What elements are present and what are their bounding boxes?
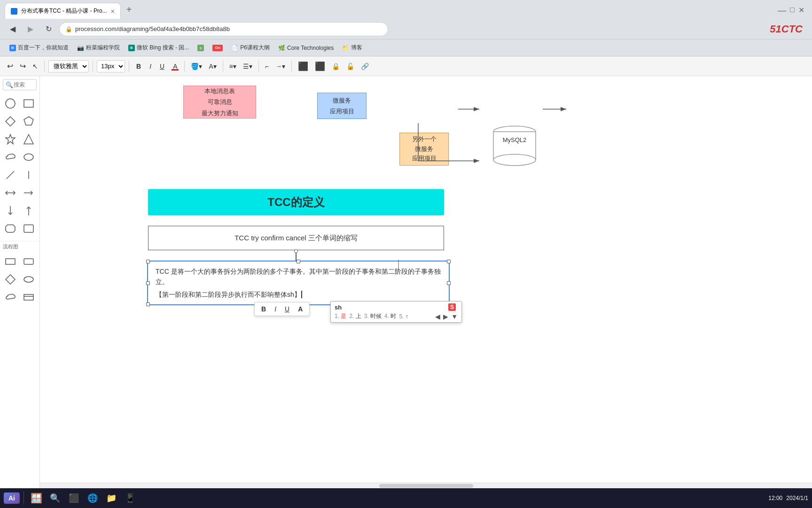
bookmark-on[interactable]: On [209,43,226,53]
shape-rect[interactable] [20,95,37,112]
shape-flow-oval[interactable] [20,271,37,288]
orange-service-box[interactable]: 另外一个 微服务 应用项目 [399,133,449,166]
fill-color-button[interactable]: 🪣▾ [188,61,204,71]
shape-oval[interactable] [20,149,37,166]
selection-handle-bl[interactable] [146,302,150,306]
connection-button[interactable]: ⌐ [263,61,271,71]
tcc-definition-box[interactable]: TCC的定义 [148,189,444,215]
bookmark-core-tech[interactable]: 🌿 Core Technologies [274,43,337,53]
scrollbar-thumb-h[interactable] [379,484,473,488]
shape-flow-rect3[interactable] [20,289,37,306]
shape-terminal[interactable] [2,220,19,237]
shape-arrow-right[interactable] [20,184,37,201]
taskbar-icon-windows[interactable]: 🪟 [28,490,45,507]
lock-button[interactable]: 🔒 [329,61,342,71]
ime-expand-button[interactable]: ▼ [451,313,458,320]
redo-button[interactable]: ↪ [17,60,28,72]
unlock-button[interactable]: 🔓 [344,61,357,71]
shape-line[interactable] [2,167,19,183]
ime-next-button[interactable]: ▶ [443,313,448,320]
arrow-button[interactable]: →▾ [273,61,288,71]
refresh-button[interactable]: ↻ [41,22,55,36]
minimize-icon[interactable]: — [778,6,786,16]
fmt-italic-button[interactable]: I [272,304,279,314]
canvas-area[interactable]: 本地消息表 可靠消息 最大努力通知 微服务 应用项目 另外一个 微服务 应用项目 [40,76,812,488]
ime-cand-1[interactable]: 1. 是 [335,312,346,320]
selection-handle-tr[interactable] [447,260,451,263]
shape-arrow-down[interactable] [2,202,19,219]
bold-button[interactable]: B [133,61,144,71]
ime-cand-2[interactable]: 2. 上 [349,312,361,320]
shape-arrow-left-right[interactable] [2,184,19,201]
tab-close-icon[interactable]: × [111,8,115,15]
selection-handle-mr[interactable] [447,281,451,285]
tcc-abbr-box[interactable]: TCC try confirm cancel 三个单词的缩写 [148,226,444,250]
ime-prev-button[interactable]: ◀ [435,313,440,320]
new-tab-button[interactable]: + [123,2,136,17]
cursor-button[interactable]: ↖ [30,61,40,71]
bookmark-fencai[interactable]: 📷 粉菜编程学院 [73,42,124,53]
tcc-desc-box[interactable]: TCC 是将一个大的事务拆分为两阶段的多个子事务。其中第一阶段的子事务和第二阶段… [147,261,450,305]
flowchart-section-label: 流程图 [0,241,39,251]
selection-handle-tm[interactable] [297,260,300,263]
ime-cand-5[interactable]: 5. ↑ [399,313,408,320]
bookmark-bing[interactable]: B 微软 Bing 搜索 - 国... [125,42,193,53]
horizontal-scrollbar[interactable] [40,483,812,488]
shape-flow-cloud[interactable] [2,289,19,306]
fmt-fontcolor-button[interactable]: A [295,304,305,314]
shape-triangle[interactable] [20,131,37,148]
back-button[interactable]: ◀ [6,22,20,36]
taskbar-icon-task[interactable]: ⬛ [65,490,82,507]
underline-button[interactable]: U [156,61,168,71]
ai-taskbar-button[interactable]: Ai [4,492,20,504]
ime-cand-3[interactable]: 3. 时候 [364,312,382,320]
taskbar-icon-files[interactable]: 📁 [103,490,120,507]
bookmark-baidu[interactable]: B 百度一下，你就知道 [6,42,72,53]
maximize-icon[interactable]: □ [790,6,795,16]
bookmark-s[interactable]: s [194,43,208,53]
shape-cloud[interactable] [2,149,19,166]
shape-arrow-up[interactable] [20,202,37,219]
shape-circle[interactable] [2,95,19,112]
font-selector[interactable]: 微软雅黑 [48,60,89,72]
link-button[interactable]: 🔗 [359,61,371,71]
fmt-underline-button[interactable]: U [282,304,292,314]
undo-button[interactable]: ↩ [5,60,16,72]
shape-line2[interactable] [20,167,37,183]
canvas-scroll[interactable]: 本地消息表 可靠消息 最大努力通知 微服务 应用项目 另外一个 微服务 应用项目 [40,76,812,483]
ime-cand-4[interactable]: 4. 时 [384,312,396,320]
shape-pentagon[interactable] [20,113,37,130]
shape-rect2[interactable] [20,220,37,237]
forward-button[interactable]: ▶ [23,22,38,36]
shape-star[interactable] [2,131,19,148]
bookmark-blog[interactable]: 📁 博客 [338,42,366,53]
font-size-selector[interactable]: 13px [97,60,125,72]
copy-style-button[interactable]: ⬛ [296,60,311,72]
shape-flow-rect[interactable] [2,253,19,270]
tcc-title-text: TCC的定义 [267,195,324,210]
shape-diamond[interactable] [2,113,19,130]
fmt-bold-button[interactable]: B [258,304,269,314]
taskbar-icon-chrome[interactable]: 🌐 [84,490,101,507]
italic-button[interactable]: I [146,61,155,71]
line-color-button[interactable]: A▾ [206,61,219,71]
shape-flow-rect2[interactable] [20,253,37,270]
tab-title: 分布式事务TCC - 精品小课 - Pro... [21,7,107,15]
shape-flow-diamond[interactable] [2,271,19,288]
bookmark-p6[interactable]: 📄 P6课程大纲 [227,42,273,53]
taskbar-icon-search[interactable]: 🔍 [47,490,63,507]
taskbar-icon-apps[interactable]: 📱 [122,490,139,507]
selection-handle-ml[interactable] [146,281,150,285]
browser-tab[interactable]: 分布式事务TCC - 精品小课 - Pro... × [5,3,121,19]
close-icon[interactable]: ✕ [798,6,804,16]
list-button[interactable]: ☰▾ [241,61,255,71]
paste-style-button[interactable]: ⬛ [312,60,328,72]
align-button[interactable]: ≡▾ [227,61,239,71]
mysql-cylinder[interactable]: MySQL2 [491,123,538,172]
pink-local-msg-box[interactable]: 本地消息表 可靠消息 最大努力通知 [183,86,256,119]
address-input-box[interactable]: 🔒 processon.com/diagraming/5e0af4a3e4b0b… [59,22,388,36]
blue-service-box[interactable]: 微服务 应用项目 [317,93,367,119]
blog-icon: 📁 [342,45,349,51]
font-color-button[interactable]: A [170,61,180,71]
selection-handle-tl[interactable] [146,260,150,263]
